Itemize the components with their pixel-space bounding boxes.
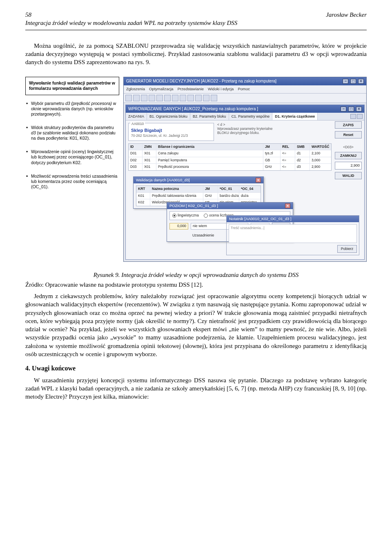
- close-icon[interactable]: ×: [285, 203, 290, 208]
- menubar: ZgłoszeniaOptymalizacjaPrzedstawianieWid…: [124, 85, 366, 94]
- subwindow: WPROWADZANIE DANYCH [ AUKO22_Przetarg na…: [125, 105, 365, 260]
- menu-item[interactable]: Przedstawianie: [178, 87, 204, 91]
- tab[interactable]: B2. Parametry bloku: [190, 113, 229, 120]
- applicant-fieldset: AA0010 Sklep Bigabajt 70-262 Szczecin, u…: [128, 123, 214, 141]
- callout-item: Wybór parametru d3 (prędkość procesora) …: [25, 101, 119, 117]
- callout-item: Widok struktury podkryteriów dla paramet…: [25, 125, 119, 141]
- window-controls: – □ ×: [342, 78, 364, 84]
- close-button[interactable]: ×: [358, 79, 364, 84]
- value-output: 0,000: [169, 223, 188, 230]
- tool-icon[interactable]: [203, 95, 209, 101]
- tool-icon[interactable]: [180, 95, 186, 101]
- table-row[interactable]: D01X01Cena zakuputys.zł<=d12,100: [129, 150, 331, 157]
- applicant-name: Sklep Bigabajt: [131, 127, 211, 134]
- figure-source: Źródło: Opracowanie własne na podstawie …: [25, 281, 367, 289]
- table-cell: Prędkość procesora: [156, 164, 263, 170]
- radio-lingwistyczna[interactable]: lingwistyczna: [172, 213, 199, 217]
- panel-top-row: AA0010 Sklep Bigabajt 70-262 Szczecin, u…: [126, 120, 364, 141]
- maximize-button[interactable]: □: [350, 79, 356, 84]
- table-cell: K01: [136, 193, 150, 199]
- paragraph-1: Można uogólnić, że za pomocą SZABLONU pr…: [25, 42, 367, 67]
- tool-icon[interactable]: [211, 95, 217, 101]
- table-cell: Cena zakupu: [156, 150, 263, 156]
- table-header-row: KRTNazwa potocznaJM*OC_01*OC_04: [136, 186, 261, 192]
- table-cell: d1: [295, 150, 310, 156]
- zamknij-button[interactable]: ZAMKNIJ: [335, 152, 362, 159]
- side-button-column: ZAPIS Reset <D03> ZAMKNIJ 2,900 WALID: [335, 121, 362, 179]
- callout-title-box: Wywołanie funkcji walidacji parametrów w…: [25, 77, 119, 95]
- notepad-textarea[interactable]: Treść uzasadnienia...|: [229, 224, 357, 243]
- maximize-button[interactable]: □: [348, 107, 354, 111]
- table-cell: Prędkość taktowania rdzenia: [150, 193, 203, 199]
- applicant-id: AA0010: [130, 122, 145, 126]
- tool-icon[interactable]: [164, 95, 171, 101]
- tool-icon[interactable]: [141, 95, 147, 101]
- subwindow-controls: – □ ×: [340, 106, 362, 112]
- menu-item[interactable]: Zgłoszenia: [126, 87, 145, 91]
- paragraph-2: Jednym z ciekawszych problemów, który na…: [25, 292, 367, 358]
- tool-icon[interactable]: [125, 95, 132, 101]
- table-cell: bardzo duża: [218, 193, 239, 199]
- validation-dialog-titlebar: Walidacja danych [AA0010_d3] ×: [134, 177, 263, 184]
- table-cell: *OC_01: [218, 186, 239, 192]
- table-row[interactable]: D03X01Prędkość procesoraGHz<=d32,900: [129, 164, 331, 170]
- tool-icon[interactable]: [195, 95, 202, 101]
- menu-item[interactable]: Pomoc: [238, 87, 250, 91]
- table-cell: REL: [281, 144, 295, 150]
- zapis-button[interactable]: ZAPIS: [335, 121, 362, 129]
- table-cell: GB: [263, 157, 281, 163]
- tab[interactable]: B1. Ograniczenia bloku: [147, 113, 190, 120]
- d03-label: <D03>: [335, 145, 362, 149]
- table-cell: JM: [203, 186, 218, 192]
- close-icon[interactable]: ×: [256, 178, 261, 183]
- table-cell: Pamięć komputera: [156, 157, 263, 163]
- table-cell: D01: [129, 150, 143, 156]
- tool-icon[interactable]: [172, 95, 178, 101]
- table-cell: D02: [129, 157, 143, 163]
- parameters-table: IDZMNBilanse i ograniczeniaJMRELSMBWARTO…: [128, 143, 332, 171]
- tab[interactable]: C1. Parametry wspólne: [229, 113, 273, 120]
- table-row[interactable]: D02X01Pamięć komputeraGB<=d23,000: [129, 157, 331, 164]
- table-cell: *OC_04: [239, 186, 261, 192]
- table-header-row: IDZMNBilanse i ograniczeniaJMRELSMBWARTO…: [129, 144, 331, 150]
- menu-item[interactable]: Optymalizacja: [149, 87, 174, 91]
- paragraph-3: W uzasadnieniu przyjętej koncepcji syste…: [25, 376, 367, 401]
- table-cell: Nazwa potoczna: [150, 186, 203, 192]
- notepad-pobierz-button[interactable]: Pobierz: [337, 245, 357, 252]
- table-cell: <=: [281, 157, 295, 163]
- walid-button[interactable]: WALID: [335, 172, 362, 179]
- author-name: Jarosław Becker: [326, 11, 367, 19]
- table-cell: duża: [239, 193, 261, 199]
- tab-ctrl-icon[interactable]: [350, 114, 356, 119]
- table-cell: SMB: [295, 144, 310, 150]
- tab[interactable]: D1. Kryteria cząstkowe: [272, 113, 318, 120]
- tool-icon[interactable]: [149, 95, 155, 101]
- reset-button[interactable]: Reset: [335, 131, 362, 138]
- table-cell: <=: [281, 164, 295, 170]
- callout-item: Wprowadzenie opinii (oceny) lingwistyczn…: [25, 149, 119, 165]
- tab-strip: ZADANIAB1. Ograniczenia blokuB2. Paramet…: [126, 113, 364, 120]
- minimize-button[interactable]: –: [341, 107, 346, 111]
- page-number: 58: [25, 11, 31, 19]
- close-button[interactable]: ×: [356, 107, 362, 111]
- app-window: GENERATOR MODELI DECYZYJNYCH [AUKO22 - P…: [123, 77, 367, 261]
- table-cell: D03: [129, 164, 143, 170]
- notepad-panel: Notatnik [AA0010_K02_OC_01_d3 ] Treść uz…: [226, 215, 359, 255]
- running-header: 58 Jarosław Becker: [25, 11, 367, 19]
- d03-value: 2,900: [335, 162, 362, 169]
- minimize-button[interactable]: –: [343, 79, 348, 84]
- tool-icon[interactable]: [187, 95, 194, 101]
- table-cell: GHz: [203, 193, 218, 199]
- menu-item[interactable]: Widoki i edycja: [208, 87, 234, 91]
- level-dialog-title: POZIOM [ K02_OC_01_d3 ]: [169, 203, 218, 209]
- tool-icon[interactable]: [156, 95, 163, 101]
- tool-icon[interactable]: [133, 95, 140, 101]
- table-cell: GHz: [263, 164, 281, 170]
- tab[interactable]: ZADANIA: [126, 113, 147, 120]
- level-dialog-titlebar: POZIOM [ K02_OC_01_d3 ] ×: [167, 203, 293, 210]
- table-cell: 2,900: [310, 164, 331, 170]
- validation-dialog-title: Walidacja danych [AA0010_d3]: [136, 178, 190, 183]
- table-cell: K02: [136, 199, 150, 205]
- tab-ctrl-icon[interactable]: [357, 114, 363, 119]
- table-cell: d3: [295, 164, 310, 170]
